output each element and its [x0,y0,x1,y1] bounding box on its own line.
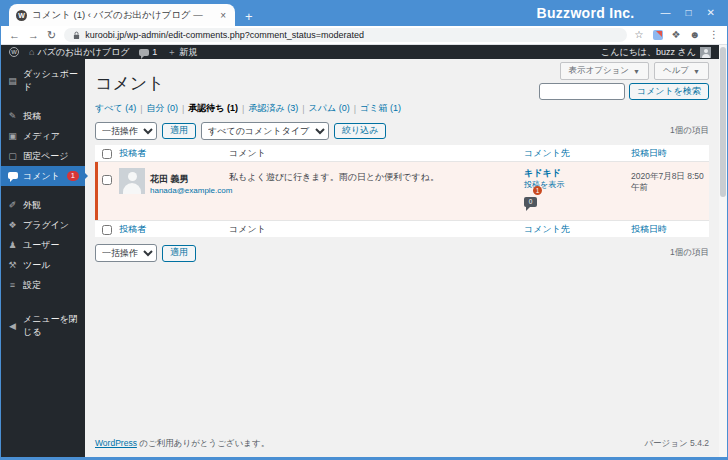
tools-icon: ⚒ [7,260,18,270]
maximize-button[interactable]: □ [686,8,692,18]
reload-icon[interactable]: ↻ [47,30,56,41]
filter-spam[interactable]: スパム (0) [309,102,350,115]
collapse-menu-button[interactable]: ◀ メニューを閉じる [1,309,85,342]
column-in-response-to[interactable]: コメント先 [524,223,631,236]
sidebar-item-dashboard[interactable]: ▤ ダッシュボード [1,64,85,97]
tablenav-top: 一括操作 適用 すべてのコメントタイプ 絞り込み 1個の項目 [95,122,709,140]
search-input[interactable] [539,83,625,100]
url-text[interactable]: kuroobi.jp/wp-admin/edit-comments.php?co… [85,30,364,40]
scrollbar[interactable] [719,45,727,457]
in-response-post-link[interactable]: キドキド [524,168,631,180]
forward-icon[interactable]: → [28,30,39,41]
comment-bubble-icon: 0 [524,197,537,207]
column-in-response-to[interactable]: コメント先 [524,147,631,160]
chevron-down-icon: ▼ [693,68,700,75]
sidebar-item-plugins[interactable]: ❖ プラグイン [1,215,85,235]
tab-close-icon[interactable]: × [218,10,228,21]
pages-icon: ▢ [7,151,18,161]
table-footer-header: 投稿者 コメント コメント先 投稿日時 [95,220,709,237]
window-title: Buzzword Inc. [537,5,635,21]
users-icon: ♟ [7,240,18,250]
tab-title: コメント (1) ‹ バズのお出かけブログ — [32,9,213,22]
appearance-icon: ✐ [7,200,18,210]
filter-all[interactable]: すべて (4) [95,102,136,115]
filter-trash[interactable]: ゴミ箱 (1) [360,102,401,115]
scrollbar-thumb[interactable] [720,47,726,197]
wp-admin-bar: W ⌂ バズのお出かけブログ 1 ＋ 新規 こんにちは、buzz さん [1,45,719,59]
column-date[interactable]: 投稿日時 [631,223,709,236]
filter-mine[interactable]: 自分 (0) [147,102,179,115]
wordpress-logo-icon[interactable]: W [9,47,19,57]
bulk-action-select-bottom[interactable]: 一括操作 [95,244,157,262]
admin-footer: WordPress のご利用ありがとうございます。 バージョン 5.4.2 [95,438,709,450]
new-tab-button[interactable]: + [245,10,253,23]
url-bar[interactable]: kuroobi.jp/wp-admin/edit-comments.php?co… [64,28,626,42]
post-comment-count[interactable]: 0 1 [524,190,537,207]
items-count: 1個の項目 [670,247,709,259]
filter-button[interactable]: 絞り込み [334,123,386,140]
comments-icon [7,171,18,181]
chevron-down-icon: ▼ [633,68,640,75]
sidebar-item-pages[interactable]: ▢ 固定ページ [1,146,85,166]
close-button[interactable]: ✕ [707,8,715,18]
help-button[interactable]: ヘルプ▼ [654,62,709,80]
sidebar-item-settings[interactable]: ≡ 設定 [1,275,85,295]
browser-toolbar: ← → ↻ kuroobi.jp/wp-admin/edit-comments.… [1,26,727,45]
back-icon[interactable]: ← [9,30,20,41]
lock-icon [73,31,80,40]
author-name: 花田 義男 [150,174,189,184]
version-text: バージョン 5.4.2 [644,438,709,450]
sidebar-item-comments[interactable]: コメント 1 [1,166,85,186]
column-author[interactable]: 投稿者 [119,223,229,236]
apply-button-bottom[interactable]: 適用 [162,245,196,262]
items-count: 1個の項目 [670,125,709,137]
select-all-checkbox-bottom[interactable] [102,225,112,235]
column-date[interactable]: 投稿日時 [631,147,709,160]
column-author[interactable]: 投稿者 [119,147,229,160]
admin-bar-site-link[interactable]: ⌂ バズのお出かけブログ [29,46,129,59]
admin-bar-new-link[interactable]: ＋ 新規 [167,46,197,59]
browser-menu-icon[interactable]: ⋮ [709,30,719,40]
table-header: 投稿者 コメント コメント先 投稿日時 [95,145,709,162]
sidebar-item-posts[interactable]: ✎ 投稿 [1,106,85,126]
apply-button[interactable]: 適用 [162,123,196,140]
search-comments-button[interactable]: コメントを検索 [629,83,709,100]
admin-bar-greeting[interactable]: こんにちは、buzz さん [601,46,696,59]
author-email-link[interactable]: hanada@example.com [150,186,232,196]
comments-table: 投稿者 コメント コメント先 投稿日時 花田 義男 hana [95,145,709,237]
extension-icon[interactable] [653,30,663,40]
sidebar-item-users[interactable]: ♟ ユーザー [1,235,85,255]
sidebar-item-tools[interactable]: ⚒ ツール [1,255,85,275]
comment-status-filters: すべて (4) | 自分 (0) | 承認待ち (1) | 承認済み (3) |… [95,102,709,115]
avatar [700,47,711,58]
admin-bar-comments-link[interactable]: 1 [139,47,157,57]
wordpress-footer-link[interactable]: WordPress [95,438,137,448]
titlebar: W コメント (1) ‹ バズのお出かけブログ — × + Buzzword I… [1,0,727,26]
profile-icon[interactable]: ☻ [689,30,700,40]
bulk-action-select[interactable]: 一括操作 [95,122,157,140]
browser-tab[interactable]: W コメント (1) ‹ バズのお出かけブログ — × [9,4,235,26]
extensions-icon[interactable]: ❖ [672,30,681,40]
filter-approved[interactable]: 承認済み (3) [248,102,298,115]
minimize-button[interactable]: — [661,8,671,18]
bookmark-star-icon[interactable]: ☆ [635,30,644,40]
comment-type-select[interactable]: すべてのコメントタイプ [201,122,329,140]
sidebar-item-appearance[interactable]: ✐ 外観 [1,195,85,215]
column-comment: コメント [229,223,524,236]
comment-bubble-icon [139,49,149,56]
row-checkbox[interactable] [102,175,112,185]
media-icon: ▣ [7,131,18,141]
dashboard-icon: ▤ [7,76,18,86]
select-all-checkbox[interactable] [102,149,112,159]
posts-icon: ✎ [7,111,18,121]
sidebar-item-media[interactable]: ▣ メディア [1,126,85,146]
tablenav-bottom: 一括操作 適用 1個の項目 [95,244,709,262]
filter-pending[interactable]: 承認待ち (1) [188,102,238,115]
home-icon: ⌂ [29,47,34,57]
comment-date: 2020年7月8日 8:50 午前 [631,168,709,193]
pending-count-badge: 1 [533,186,542,195]
admin-sidebar: ▤ ダッシュボード ✎ 投稿 ▣ メディア ▢ 固定ページ [1,59,85,457]
table-row: 花田 義男 hanada@example.com 私もよく遊びに行きます。雨の日… [95,162,709,220]
browser-window: W コメント (1) ‹ バズのお出かけブログ — × + Buzzword I… [0,0,728,460]
screen-options-button[interactable]: 表示オプション▼ [560,62,649,80]
